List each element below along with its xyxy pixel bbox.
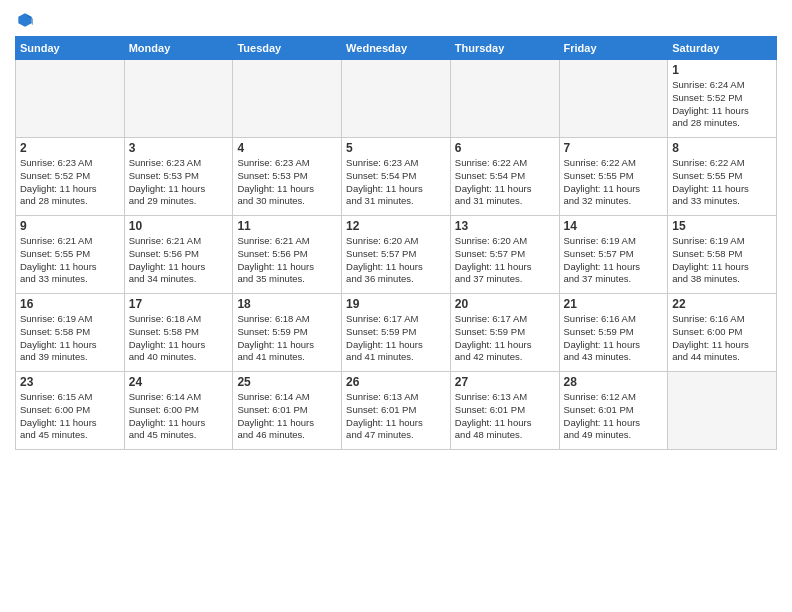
week-row-3: 9Sunrise: 6:21 AM Sunset: 5:55 PM Daylig…	[16, 216, 777, 294]
day-number: 10	[129, 219, 229, 233]
day-info: Sunrise: 6:17 AM Sunset: 5:59 PM Dayligh…	[455, 313, 555, 364]
day-number: 6	[455, 141, 555, 155]
day-number: 16	[20, 297, 120, 311]
day-info: Sunrise: 6:23 AM Sunset: 5:53 PM Dayligh…	[129, 157, 229, 208]
day-info: Sunrise: 6:19 AM Sunset: 5:58 PM Dayligh…	[672, 235, 772, 286]
day-info: Sunrise: 6:14 AM Sunset: 6:01 PM Dayligh…	[237, 391, 337, 442]
day-number: 9	[20, 219, 120, 233]
day-number: 28	[564, 375, 664, 389]
day-info: Sunrise: 6:23 AM Sunset: 5:54 PM Dayligh…	[346, 157, 446, 208]
day-number: 20	[455, 297, 555, 311]
day-info: Sunrise: 6:16 AM Sunset: 5:59 PM Dayligh…	[564, 313, 664, 364]
day-number: 24	[129, 375, 229, 389]
day-number: 8	[672, 141, 772, 155]
day-cell: 5Sunrise: 6:23 AM Sunset: 5:54 PM Daylig…	[342, 138, 451, 216]
calendar-table: SundayMondayTuesdayWednesdayThursdayFrid…	[15, 36, 777, 450]
column-header-monday: Monday	[124, 37, 233, 60]
day-number: 18	[237, 297, 337, 311]
day-info: Sunrise: 6:17 AM Sunset: 5:59 PM Dayligh…	[346, 313, 446, 364]
day-cell: 25Sunrise: 6:14 AM Sunset: 6:01 PM Dayli…	[233, 372, 342, 450]
day-info: Sunrise: 6:22 AM Sunset: 5:55 PM Dayligh…	[672, 157, 772, 208]
day-cell: 15Sunrise: 6:19 AM Sunset: 5:58 PM Dayli…	[668, 216, 777, 294]
day-info: Sunrise: 6:20 AM Sunset: 5:57 PM Dayligh…	[346, 235, 446, 286]
day-info: Sunrise: 6:18 AM Sunset: 5:59 PM Dayligh…	[237, 313, 337, 364]
day-cell: 11Sunrise: 6:21 AM Sunset: 5:56 PM Dayli…	[233, 216, 342, 294]
day-cell: 1Sunrise: 6:24 AM Sunset: 5:52 PM Daylig…	[668, 60, 777, 138]
day-cell: 22Sunrise: 6:16 AM Sunset: 6:00 PM Dayli…	[668, 294, 777, 372]
day-cell: 9Sunrise: 6:21 AM Sunset: 5:55 PM Daylig…	[16, 216, 125, 294]
day-number: 19	[346, 297, 446, 311]
column-header-thursday: Thursday	[450, 37, 559, 60]
day-number: 23	[20, 375, 120, 389]
day-cell: 13Sunrise: 6:20 AM Sunset: 5:57 PM Dayli…	[450, 216, 559, 294]
day-cell: 20Sunrise: 6:17 AM Sunset: 5:59 PM Dayli…	[450, 294, 559, 372]
day-cell: 14Sunrise: 6:19 AM Sunset: 5:57 PM Dayli…	[559, 216, 668, 294]
column-header-wednesday: Wednesday	[342, 37, 451, 60]
column-header-friday: Friday	[559, 37, 668, 60]
day-cell: 6Sunrise: 6:22 AM Sunset: 5:54 PM Daylig…	[450, 138, 559, 216]
day-info: Sunrise: 6:24 AM Sunset: 5:52 PM Dayligh…	[672, 79, 772, 130]
day-number: 7	[564, 141, 664, 155]
day-cell: 10Sunrise: 6:21 AM Sunset: 5:56 PM Dayli…	[124, 216, 233, 294]
column-header-sunday: Sunday	[16, 37, 125, 60]
header	[15, 10, 777, 30]
day-info: Sunrise: 6:20 AM Sunset: 5:57 PM Dayligh…	[455, 235, 555, 286]
day-cell: 7Sunrise: 6:22 AM Sunset: 5:55 PM Daylig…	[559, 138, 668, 216]
day-info: Sunrise: 6:12 AM Sunset: 6:01 PM Dayligh…	[564, 391, 664, 442]
day-cell: 18Sunrise: 6:18 AM Sunset: 5:59 PM Dayli…	[233, 294, 342, 372]
day-number: 22	[672, 297, 772, 311]
day-cell	[233, 60, 342, 138]
day-info: Sunrise: 6:22 AM Sunset: 5:54 PM Dayligh…	[455, 157, 555, 208]
day-cell: 4Sunrise: 6:23 AM Sunset: 5:53 PM Daylig…	[233, 138, 342, 216]
day-info: Sunrise: 6:13 AM Sunset: 6:01 PM Dayligh…	[346, 391, 446, 442]
day-cell: 24Sunrise: 6:14 AM Sunset: 6:00 PM Dayli…	[124, 372, 233, 450]
day-cell: 26Sunrise: 6:13 AM Sunset: 6:01 PM Dayli…	[342, 372, 451, 450]
day-cell: 3Sunrise: 6:23 AM Sunset: 5:53 PM Daylig…	[124, 138, 233, 216]
week-row-1: 1Sunrise: 6:24 AM Sunset: 5:52 PM Daylig…	[16, 60, 777, 138]
day-cell	[559, 60, 668, 138]
day-info: Sunrise: 6:22 AM Sunset: 5:55 PM Dayligh…	[564, 157, 664, 208]
day-number: 17	[129, 297, 229, 311]
day-number: 4	[237, 141, 337, 155]
day-number: 27	[455, 375, 555, 389]
day-number: 13	[455, 219, 555, 233]
day-info: Sunrise: 6:23 AM Sunset: 5:53 PM Dayligh…	[237, 157, 337, 208]
week-row-2: 2Sunrise: 6:23 AM Sunset: 5:52 PM Daylig…	[16, 138, 777, 216]
day-info: Sunrise: 6:21 AM Sunset: 5:56 PM Dayligh…	[237, 235, 337, 286]
day-cell: 19Sunrise: 6:17 AM Sunset: 5:59 PM Dayli…	[342, 294, 451, 372]
week-row-5: 23Sunrise: 6:15 AM Sunset: 6:00 PM Dayli…	[16, 372, 777, 450]
day-info: Sunrise: 6:19 AM Sunset: 5:58 PM Dayligh…	[20, 313, 120, 364]
day-cell: 8Sunrise: 6:22 AM Sunset: 5:55 PM Daylig…	[668, 138, 777, 216]
day-cell	[342, 60, 451, 138]
day-cell: 17Sunrise: 6:18 AM Sunset: 5:58 PM Dayli…	[124, 294, 233, 372]
day-cell: 28Sunrise: 6:12 AM Sunset: 6:01 PM Dayli…	[559, 372, 668, 450]
day-number: 25	[237, 375, 337, 389]
day-cell: 27Sunrise: 6:13 AM Sunset: 6:01 PM Dayli…	[450, 372, 559, 450]
day-number: 21	[564, 297, 664, 311]
logo	[15, 10, 39, 30]
day-info: Sunrise: 6:19 AM Sunset: 5:57 PM Dayligh…	[564, 235, 664, 286]
day-cell	[668, 372, 777, 450]
week-row-4: 16Sunrise: 6:19 AM Sunset: 5:58 PM Dayli…	[16, 294, 777, 372]
column-header-saturday: Saturday	[668, 37, 777, 60]
day-number: 5	[346, 141, 446, 155]
day-number: 2	[20, 141, 120, 155]
day-info: Sunrise: 6:21 AM Sunset: 5:55 PM Dayligh…	[20, 235, 120, 286]
day-number: 1	[672, 63, 772, 77]
day-info: Sunrise: 6:16 AM Sunset: 6:00 PM Dayligh…	[672, 313, 772, 364]
column-header-tuesday: Tuesday	[233, 37, 342, 60]
logo-icon	[15, 10, 35, 30]
day-number: 14	[564, 219, 664, 233]
day-info: Sunrise: 6:15 AM Sunset: 6:00 PM Dayligh…	[20, 391, 120, 442]
day-cell	[124, 60, 233, 138]
day-info: Sunrise: 6:23 AM Sunset: 5:52 PM Dayligh…	[20, 157, 120, 208]
day-info: Sunrise: 6:14 AM Sunset: 6:00 PM Dayligh…	[129, 391, 229, 442]
day-cell	[16, 60, 125, 138]
day-info: Sunrise: 6:13 AM Sunset: 6:01 PM Dayligh…	[455, 391, 555, 442]
day-cell: 12Sunrise: 6:20 AM Sunset: 5:57 PM Dayli…	[342, 216, 451, 294]
day-cell: 2Sunrise: 6:23 AM Sunset: 5:52 PM Daylig…	[16, 138, 125, 216]
day-number: 15	[672, 219, 772, 233]
day-cell: 21Sunrise: 6:16 AM Sunset: 5:59 PM Dayli…	[559, 294, 668, 372]
day-number: 3	[129, 141, 229, 155]
day-cell: 23Sunrise: 6:15 AM Sunset: 6:00 PM Dayli…	[16, 372, 125, 450]
